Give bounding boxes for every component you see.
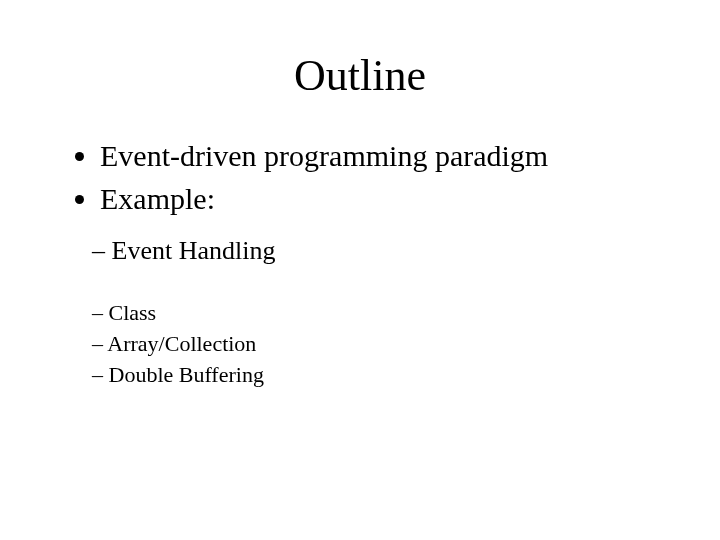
bullet-list-level2-group1: Event Handling	[60, 233, 660, 268]
bullet-item: Example:	[100, 179, 660, 220]
bullet-list-level2-group2: Class Array/Collection Double Buffering	[60, 298, 660, 390]
bullet-item: Event-driven programming paradigm	[100, 136, 660, 177]
sub-bullet-item: Event Handling	[92, 233, 660, 268]
sub-bullet-item: Class	[92, 298, 660, 329]
sub-bullet-item: Double Buffering	[92, 360, 660, 391]
slide: Outline Event-driven programming paradig…	[0, 0, 720, 540]
sub-bullet-item: Array/Collection	[92, 329, 660, 360]
slide-title: Outline	[60, 50, 660, 101]
bullet-list-level1: Event-driven programming paradigm Exampl…	[60, 136, 660, 219]
